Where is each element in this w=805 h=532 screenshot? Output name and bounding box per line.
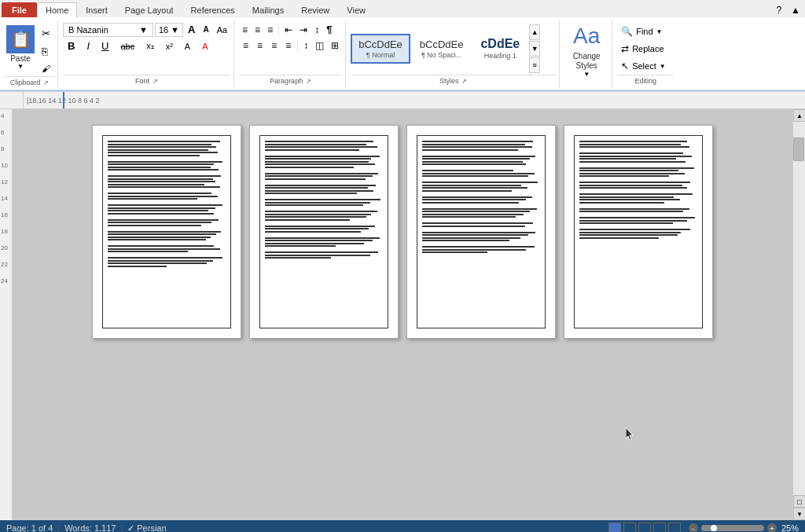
increase-font-size-button[interactable]: A: [185, 22, 198, 37]
bullets-button[interactable]: ≡: [239, 23, 251, 37]
underline-button[interactable]: U: [97, 39, 113, 53]
draft-button[interactable]: [668, 523, 681, 532]
tab-home[interactable]: Home: [37, 2, 77, 17]
style-normal-preview: bCcDdEe: [358, 39, 402, 50]
ruler-marker[interactable]: [63, 92, 64, 108]
tab-insert[interactable]: Insert: [77, 2, 116, 17]
align-left-button[interactable]: ≡: [239, 39, 252, 53]
document-page-2[interactable]: [249, 125, 399, 339]
paste-label: Paste: [10, 54, 31, 63]
help-icon[interactable]: ?: [771, 3, 786, 17]
para-divider2: [297, 40, 298, 51]
align-right-button[interactable]: ≡: [267, 39, 281, 53]
scroll-track[interactable]: [793, 122, 805, 495]
style-heading1-preview: cDdEe: [480, 37, 520, 51]
style-heading1-item[interactable]: cDdEe Heading 1: [472, 32, 527, 64]
show-hide-button[interactable]: ¶: [323, 22, 335, 37]
web-layout-button[interactable]: [638, 523, 651, 532]
font-expand-icon[interactable]: ↗: [153, 78, 158, 85]
zoom-out-button[interactable]: -: [689, 523, 698, 532]
document-page-3[interactable]: [406, 125, 556, 339]
align-center-button[interactable]: ≡: [253, 39, 266, 53]
select-dropdown-icon[interactable]: ▼: [660, 63, 666, 70]
styles-scroll-down-button[interactable]: ▼: [529, 41, 540, 57]
text-line: [579, 161, 686, 163]
text-line: [265, 216, 366, 218]
font-name-selector[interactable]: B Nazanin ▼: [63, 23, 153, 37]
replace-button[interactable]: ⇄ Replace: [617, 41, 674, 57]
zoom-slider[interactable]: [701, 525, 764, 531]
language-indicator[interactable]: ✓ Persian: [127, 523, 166, 533]
tab-review[interactable]: Review: [292, 2, 338, 17]
font-name-dropdown-icon: ▼: [139, 25, 148, 35]
text-line: [422, 173, 535, 174]
font-size-selector[interactable]: 16 ▼: [155, 23, 183, 37]
clipboard-group: 📋 Paste ▼ ✂ ⎘ 🖌 Clipboard ↗: [2, 20, 58, 88]
find-button[interactable]: 🔍 Find ▼: [617, 24, 674, 39]
document-page-1[interactable]: [92, 125, 241, 339]
tab-view[interactable]: View: [338, 2, 374, 17]
text-line: [108, 225, 201, 226]
text-line: [108, 219, 219, 221]
clipboard-expand-icon[interactable]: ↗: [43, 79, 49, 86]
text-highlight-button[interactable]: A: [180, 40, 195, 53]
find-dropdown-icon[interactable]: ▼: [656, 28, 663, 35]
increase-indent-button[interactable]: ⇥: [296, 23, 311, 37]
text-line: [422, 190, 512, 192]
text-line: [579, 182, 690, 183]
zoom-in-button[interactable]: +: [767, 523, 777, 532]
scroll-thumb[interactable]: [793, 138, 804, 161]
outline-button[interactable]: [653, 523, 666, 532]
paragraph-expand-icon[interactable]: ↗: [306, 78, 311, 85]
text-line: [579, 185, 682, 186]
document-page-4[interactable]: [564, 125, 713, 339]
superscript-button[interactable]: x²: [161, 40, 178, 53]
numbering-button[interactable]: ≡: [252, 23, 263, 37]
borders-button[interactable]: ⊞: [328, 39, 342, 53]
justify-button[interactable]: ≡: [281, 39, 295, 53]
multilevel-list-button[interactable]: ≡: [264, 23, 276, 37]
tab-references[interactable]: References: [182, 2, 244, 17]
bold-button[interactable]: B: [63, 39, 79, 53]
scroll-handle-v[interactable]: □: [793, 495, 805, 508]
style-normal-label: ¶ Normal: [358, 51, 402, 59]
scroll-down-button[interactable]: ▼: [793, 508, 805, 520]
scroll-up-button[interactable]: ▲: [793, 109, 805, 122]
shading-button[interactable]: ◫: [312, 39, 327, 53]
styles-expand-icon[interactable]: ↗: [461, 78, 467, 85]
clear-formatting-button[interactable]: Aa: [214, 24, 230, 36]
tab-mailings[interactable]: Mailings: [244, 2, 292, 17]
minimize-icon[interactable]: ▲: [786, 3, 805, 17]
subscript-button[interactable]: x₂: [142, 39, 159, 53]
style-normal-item[interactable]: bCcDdEe ¶ Normal: [351, 34, 410, 64]
tab-page-layout[interactable]: Page Layout: [116, 2, 182, 17]
text-line: [579, 202, 664, 204]
select-button[interactable]: ↖ Select ▼: [617, 58, 674, 74]
style-nospace-item[interactable]: bCcDdEe ¶ No Spaci...: [412, 34, 472, 64]
strikethrough-button[interactable]: abc: [116, 40, 139, 53]
cut-button[interactable]: ✂: [38, 25, 54, 42]
word-count: Words: 1,117: [64, 523, 116, 532]
status-left: Page: 1 of 4 | Words: 1,117 | ✓ Persian: [6, 523, 167, 533]
sort-button[interactable]: ↕: [311, 23, 322, 37]
text-line: [422, 161, 523, 163]
font-color-button[interactable]: A: [197, 40, 212, 53]
change-styles-button[interactable]: Aa ChangeStyles ▼: [561, 20, 612, 88]
paste-button[interactable]: 📋 Paste ▼: [5, 24, 36, 72]
text-line: [579, 211, 683, 212]
decrease-font-size-button[interactable]: A: [200, 24, 211, 35]
styles-expand-button[interactable]: ≡: [529, 57, 540, 73]
decrease-indent-button[interactable]: ⇤: [281, 23, 296, 37]
text-line: [265, 214, 371, 215]
styles-scroll-up-button[interactable]: ▲: [529, 24, 540, 40]
italic-button[interactable]: I: [82, 39, 94, 53]
font-row2: B I U abc x₂ x² A A: [63, 39, 230, 53]
print-layout-button[interactable]: [608, 523, 621, 532]
tab-file[interactable]: File: [2, 2, 37, 17]
line-spacing-button[interactable]: ↕: [300, 39, 311, 53]
paste-dropdown-icon[interactable]: ▼: [17, 63, 24, 70]
full-reading-button[interactable]: [623, 523, 636, 532]
copy-button[interactable]: ⎘: [38, 43, 54, 60]
format-painter-button[interactable]: 🖌: [38, 61, 54, 75]
text-line: [422, 216, 516, 218]
